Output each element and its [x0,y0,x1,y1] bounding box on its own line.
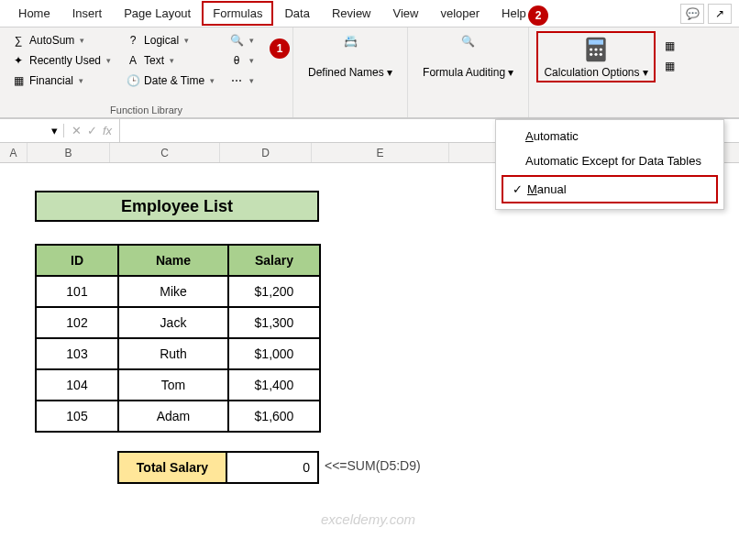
header-name[interactable]: Name [118,245,228,276]
table-row: 101Mike$1,200 [36,276,320,307]
cell-name[interactable]: Ruth [118,338,228,369]
tab-data[interactable]: Data [273,1,320,26]
svg-point-4 [600,48,602,50]
cell-salary[interactable]: $1,000 [228,338,320,369]
svg-point-7 [600,53,602,56]
sigma-icon: ∑ [11,33,26,48]
cell-name[interactable]: Tom [118,369,228,401]
tab-home[interactable]: Home [7,1,61,26]
clock-icon: 🕒 [126,73,140,88]
math-icon: θ [229,53,244,68]
calculation-options-menu: Automatic Automatic Except for Data Tabl… [495,119,724,210]
comments-icon[interactable]: 💬 [680,4,704,24]
logical-button[interactable]: ?Logical▾ [122,31,218,49]
formula-auditing-icon: 🔍 [454,35,483,64]
tab-review[interactable]: Review [321,1,382,26]
cell-name[interactable]: Jack [118,307,228,338]
calc-sheet-icon: ▦ [663,59,678,73]
title-cell[interactable]: Employee List [35,191,319,222]
svg-rect-1 [589,39,603,44]
total-label[interactable]: Total Salary [117,451,227,484]
table-row: 104Tom$1,400 [36,369,320,401]
col-b[interactable]: B [28,143,110,162]
star-icon: ✦ [11,53,26,68]
name-box[interactable]: ▾ [0,124,64,137]
ribbon-tabs: Home Insert Page Layout Formulas Data Re… [0,0,739,27]
logical-icon: ? [126,33,140,48]
cell-id[interactable]: 105 [36,401,118,432]
cancel-icon[interactable]: ✕ [72,124,82,137]
col-c[interactable]: C [110,143,220,162]
more-2[interactable]: θ▾ [226,51,258,70]
cell-id[interactable]: 101 [36,276,118,307]
tab-formulas[interactable]: Formulas [202,1,273,26]
share-icon[interactable]: ↗ [708,4,732,24]
calc-sheet-button[interactable]: ▦ [659,57,681,75]
employee-table: ID Name Salary 101Mike$1,200102Jack$1,30… [35,244,321,433]
col-a[interactable]: A [0,143,28,162]
svg-point-5 [590,53,592,56]
menu-automatic[interactable]: Automatic [496,124,723,148]
worksheet[interactable]: Employee List ID Name Salary 101Mike$1,2… [0,163,739,484]
cell-name[interactable]: Mike [118,276,228,307]
date-time-button[interactable]: 🕒Date & Time▾ [122,71,218,90]
table-row: 105Adam$1,600 [36,401,320,432]
calculation-options-button[interactable]: Calculation Options ▾ [536,31,655,82]
tab-view[interactable]: View [382,1,430,26]
group-function-library: Function Library [7,103,285,115]
menu-manual[interactable]: ✓Manual [502,175,718,203]
lookup-icon: 🔍 [229,33,244,48]
check-icon: ✓ [513,182,523,196]
cell-salary[interactable]: $1,200 [228,276,320,307]
tab-insert[interactable]: Insert [61,1,114,26]
more-icon: ⋯ [229,73,244,88]
total-row: Total Salary 0 <<=SUM(D5:D9) [117,451,739,484]
svg-point-2 [590,48,592,50]
ribbon-body: ∑AutoSum▾ ✦Recently Used▾ ▦Financial▾ ?L… [0,27,739,119]
defined-names-button[interactable]: 📇 Defined Names ▾ [301,31,400,82]
cell-id[interactable]: 104 [36,369,118,401]
calculator-icon [581,35,611,64]
tab-page-layout[interactable]: Page Layout [113,1,202,26]
total-formula-note: <<=SUM(D5:D9) [319,451,426,484]
more-1[interactable]: 🔍▾ [226,31,258,49]
cell-id[interactable]: 103 [36,338,118,369]
enter-icon[interactable]: ✓ [87,124,97,137]
table-row: 102Jack$1,300 [36,307,320,338]
financial-button[interactable]: ▦Financial▾ [7,71,115,90]
cell-salary[interactable]: $1,300 [228,307,320,338]
watermark: exceldemy.com [321,511,415,527]
menu-auto-except[interactable]: Automatic Except for Data Tables [496,148,723,173]
autosum-button[interactable]: ∑AutoSum▾ [7,31,115,49]
menu-automatic-rest: utomatic [534,129,579,143]
total-value[interactable]: 0 [227,451,319,484]
formula-auditing-button[interactable]: 🔍 Formula Auditing ▾ [415,31,521,82]
financial-icon: ▦ [11,73,26,88]
cell-salary[interactable]: $1,400 [228,369,320,401]
cell-name[interactable]: Adam [118,401,228,432]
text-button[interactable]: AText▾ [122,51,218,70]
calc-now-button[interactable]: ▦ [659,37,681,55]
defined-names-icon: 📇 [336,35,365,64]
col-e[interactable]: E [312,143,449,162]
svg-point-6 [595,53,598,56]
text-icon: A [126,53,140,68]
calc-now-icon: ▦ [663,38,678,53]
table-row: 103Ruth$1,000 [36,338,320,369]
svg-point-3 [595,48,598,50]
header-salary[interactable]: Salary [228,245,320,276]
callout-2: 2 [528,5,548,26]
table-header-row: ID Name Salary [36,245,320,276]
header-id[interactable]: ID [36,245,118,276]
col-d[interactable]: D [220,143,312,162]
more-3[interactable]: ⋯▾ [226,71,258,90]
recently-used-button[interactable]: ✦Recently Used▾ [7,51,115,70]
tab-developer[interactable]: veloper [429,1,491,26]
cell-id[interactable]: 102 [36,307,118,338]
callout-1: 1 [270,38,290,59]
fx-icon[interactable]: fx [103,124,112,137]
cell-salary[interactable]: $1,600 [228,401,320,432]
